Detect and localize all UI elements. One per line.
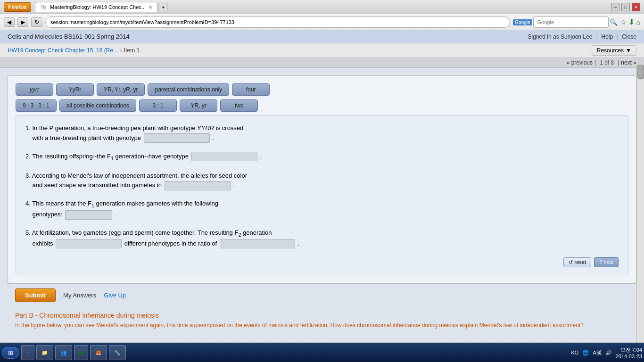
windows-icon: ⊞ bbox=[8, 349, 13, 356]
ie-icon: e bbox=[26, 350, 29, 355]
q5-drop-box-1[interactable] bbox=[56, 239, 122, 248]
taskbar-firefox-app[interactable]: 🦊 bbox=[90, 345, 107, 360]
q2-period: . bbox=[260, 153, 262, 160]
search-engine-badge: Google bbox=[513, 19, 532, 25]
give-up-link[interactable]: Give Up bbox=[104, 292, 126, 299]
taskbar-users-app[interactable]: 👥 bbox=[55, 345, 72, 360]
tile-ratio-9331[interactable]: 9 : 3 : 3 : 1 bbox=[16, 99, 57, 112]
network-icon: 🌐 bbox=[582, 350, 589, 356]
tile-yyrr[interactable]: yyrr bbox=[16, 83, 53, 96]
q5-text-after: different phenotypes in the ratio of bbox=[124, 240, 219, 247]
breadcrumb-separator: › bbox=[120, 47, 122, 54]
tile-ratio-31[interactable]: 3 : 1 bbox=[139, 99, 177, 112]
tool-icon: 🔧 bbox=[114, 350, 121, 356]
reset-icon: ↺ bbox=[569, 259, 573, 265]
search-button[interactable]: 🔍 bbox=[610, 18, 618, 26]
home-icon[interactable]: ⌂ bbox=[636, 17, 640, 26]
close-link[interactable]: Close bbox=[622, 33, 636, 40]
q5-period: . bbox=[297, 240, 299, 247]
q5-drop-box-2[interactable] bbox=[220, 239, 295, 248]
main-content: yyrr YyRr YR, Yr, yR, yr parental combin… bbox=[0, 68, 644, 342]
firefox-menu[interactable]: Firefox bbox=[4, 2, 31, 12]
folder-icon: 📁 bbox=[41, 350, 48, 356]
breadcrumb-link[interactable]: HW19 Concept Check Chapter 15, 16 (Re... bbox=[8, 47, 118, 54]
clock-time: 오전 7:04 bbox=[616, 346, 642, 354]
tile-parental[interactable]: parental combinations only bbox=[148, 83, 229, 96]
question-3: 3. According to Mendel's law of independ… bbox=[25, 171, 619, 191]
question-2: 2. The resulting offspring--the F1 gener… bbox=[25, 152, 619, 163]
start-button[interactable]: ⊞ bbox=[2, 347, 19, 359]
new-tab-button[interactable]: + bbox=[158, 3, 168, 11]
question-footer: ↺ reset ? help bbox=[25, 257, 619, 267]
tiles-row-1: yyrr YyRr YR, Yr, yR, yr parental combin… bbox=[16, 83, 628, 96]
question-area: 1. In the P generation, a true-breeding … bbox=[16, 115, 628, 275]
help-button[interactable]: ? help bbox=[594, 257, 619, 267]
users-icon: 👥 bbox=[60, 350, 67, 356]
bookmark-star-icon[interactable]: ☆ bbox=[620, 17, 627, 26]
nav-separator: | bbox=[594, 59, 596, 66]
question-1: 1. In the P generation, a true-breeding … bbox=[25, 123, 619, 143]
tiles-row-2: 9 : 3 : 3 : 1 all possible combinations … bbox=[16, 99, 628, 112]
question-4: 4. This means that the F1 generation mak… bbox=[25, 199, 619, 220]
q1-genotype: YYRR bbox=[197, 124, 214, 132]
tile-two[interactable]: two bbox=[220, 99, 258, 112]
my-answers-link[interactable]: My Answers bbox=[63, 292, 96, 299]
part-b-subtitle: Chromosomal inheritance during meiosis bbox=[39, 312, 159, 319]
breadcrumb-bar: HW19 Concept Check Chapter 15, 16 (Re...… bbox=[0, 43, 644, 58]
taskbar-tool-app[interactable]: 🔧 bbox=[109, 345, 126, 360]
q4-period: . bbox=[115, 211, 116, 218]
q2-drop-box[interactable] bbox=[191, 152, 257, 161]
course-title: Cells and Molecules BS161-001 Spring 201… bbox=[8, 33, 130, 40]
tile-yr-combinations[interactable]: YR, Yr, yR, yr bbox=[97, 83, 145, 96]
close-button[interactable]: ✕ bbox=[632, 3, 640, 11]
firefox-icon: 🦊 bbox=[95, 350, 102, 356]
resources-button[interactable]: Resources ▼ bbox=[592, 45, 636, 56]
url-bar[interactable] bbox=[45, 16, 510, 28]
taskbar-ie-app[interactable]: e bbox=[21, 345, 34, 360]
download-icon[interactable]: ⬇ bbox=[628, 17, 635, 26]
forward-button[interactable]: ▶ bbox=[17, 17, 28, 27]
tab-close-button[interactable]: ✕ bbox=[149, 5, 152, 10]
q2-number: 2. bbox=[25, 153, 32, 160]
help-link[interactable]: Help bbox=[602, 33, 613, 40]
reload-button[interactable]: ↻ bbox=[31, 17, 42, 27]
q1-period: . bbox=[212, 134, 214, 141]
tile-all-combinations[interactable]: all possible combinations bbox=[59, 99, 136, 112]
resources-label: Resources bbox=[597, 47, 624, 54]
tile-four[interactable]: four bbox=[232, 83, 270, 96]
active-tab[interactable]: 🐚 MasteringBiology: HW19 Concept Chec...… bbox=[35, 2, 157, 12]
submit-button[interactable]: Submit bbox=[15, 288, 56, 302]
play-icon: ▶ bbox=[79, 350, 83, 356]
speaker-icon: 🔊 bbox=[605, 350, 612, 356]
taskbar-right: KO 🌐 A漢 🔊 오전 7:04 2014-03-23 bbox=[571, 346, 642, 359]
page-position: 1 of 8 bbox=[600, 59, 614, 66]
reset-button[interactable]: ↺ reset bbox=[563, 257, 591, 267]
previous-link[interactable]: « previous bbox=[567, 59, 593, 66]
q1-text-before: In the P generation, a true-breeding pea… bbox=[32, 124, 197, 132]
breadcrumb: HW19 Concept Check Chapter 15, 16 (Re...… bbox=[8, 47, 140, 54]
part-b-description: In the figure below, you can see Mendel'… bbox=[15, 321, 629, 329]
taskbar-media-app[interactable]: ▶ bbox=[74, 345, 88, 360]
scrollbar-track[interactable] bbox=[636, 64, 644, 342]
breadcrumb-current: Item 1 bbox=[124, 47, 140, 54]
q4-drop-box[interactable] bbox=[65, 210, 112, 220]
q1-drop-box[interactable] bbox=[144, 133, 210, 143]
tile-yyrr-upper[interactable]: YyRr bbox=[56, 83, 94, 96]
back-button[interactable]: ◀ bbox=[4, 17, 15, 27]
page-header: Cells and Molecules BS161-001 Spring 201… bbox=[0, 30, 644, 43]
scrollbar-thumb[interactable] bbox=[637, 65, 644, 79]
maximize-button[interactable]: □ bbox=[621, 3, 630, 11]
ime-icon: A漢 bbox=[593, 349, 601, 356]
taskbar-explorer-app[interactable]: 📁 bbox=[36, 345, 53, 360]
tile-yr-upper[interactable]: YR, yr bbox=[180, 99, 217, 112]
resources-chevron-icon: ▼ bbox=[626, 47, 631, 54]
minimize-button[interactable]: ─ bbox=[611, 3, 619, 11]
q1-number: 1. bbox=[25, 124, 32, 132]
part-b-section: Part B - Chromosomal inheritance during … bbox=[8, 307, 636, 334]
part-b-label: Part B bbox=[15, 312, 33, 319]
part-b-title: Part B - Chromosomal inheritance during … bbox=[15, 312, 629, 319]
q3-drop-box[interactable] bbox=[165, 181, 231, 190]
next-link[interactable]: next » bbox=[621, 59, 636, 66]
tab-favicon: 🐚 bbox=[40, 4, 47, 10]
search-input[interactable] bbox=[533, 16, 609, 28]
